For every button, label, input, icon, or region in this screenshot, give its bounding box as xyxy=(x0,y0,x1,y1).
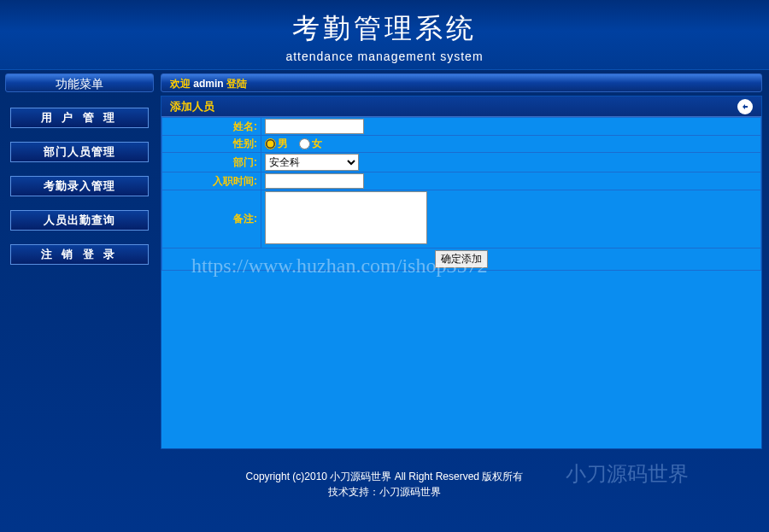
radio-female[interactable] xyxy=(299,138,310,149)
main-panel: 欢迎 admin 登陆 添加人员 姓名: 性别: 男 xyxy=(159,70,769,453)
footer-line2: 技术支持：小刀源码世界 xyxy=(0,484,769,500)
row-submit: 确定添加 xyxy=(162,248,761,271)
content-box: 添加人员 姓名: 性别: 男 女 部门: xyxy=(161,96,762,449)
row-remark: 备注: xyxy=(162,190,761,248)
welcome-prefix: 欢迎 xyxy=(170,78,191,90)
radio-female-label[interactable]: 女 xyxy=(299,137,322,149)
row-name: 姓名: xyxy=(162,118,761,136)
sidebar-item-dept[interactable]: 部门人员管理 xyxy=(10,142,149,162)
submit-button[interactable]: 确定添加 xyxy=(435,250,488,268)
textarea-remark[interactable] xyxy=(265,191,427,244)
back-icon[interactable] xyxy=(737,99,753,114)
sidebar: 功能菜单 用 户 管 理 部门人员管理 考勤录入管理 人员出勤查询 注 销 登 … xyxy=(0,70,159,453)
app-header: 考勤管理系统 attendance management system xyxy=(0,0,769,70)
radio-male[interactable] xyxy=(265,138,276,149)
form-table: 姓名: 性别: 男 女 部门: 安全科 xyxy=(161,117,761,271)
welcome-user: admin xyxy=(193,78,223,90)
input-hiredate[interactable] xyxy=(265,173,364,189)
section-header: 添加人员 xyxy=(161,96,761,117)
sidebar-item-attendance-entry[interactable]: 考勤录入管理 xyxy=(10,176,149,196)
select-dept[interactable]: 安全科 xyxy=(265,154,359,171)
app-subtitle: attendance management system xyxy=(0,50,769,63)
welcome-bar: 欢迎 admin 登陆 xyxy=(161,73,762,92)
radio-male-label[interactable]: 男 xyxy=(265,137,288,149)
label-gender: 性别: xyxy=(162,136,261,153)
welcome-suffix: 登陆 xyxy=(226,78,247,90)
label-name: 姓名: xyxy=(162,118,261,136)
label-remark: 备注: xyxy=(162,190,261,248)
section-title: 添加人员 xyxy=(170,96,214,117)
row-gender: 性别: 男 女 xyxy=(162,136,761,153)
app-title: 考勤管理系统 xyxy=(0,10,769,48)
sidebar-item-logout[interactable]: 注 销 登 录 xyxy=(10,244,149,265)
input-name[interactable] xyxy=(265,119,364,134)
label-hiredate: 入职时间: xyxy=(162,172,261,190)
footer: Copyright (c)2010 小刀源码世界 All Right Reser… xyxy=(0,469,769,500)
label-dept: 部门: xyxy=(162,153,261,172)
sidebar-item-users[interactable]: 用 户 管 理 xyxy=(10,108,149,128)
row-hiredate: 入职时间: xyxy=(162,172,761,190)
row-dept: 部门: 安全科 xyxy=(162,153,761,172)
sidebar-menu-title: 功能菜单 xyxy=(5,73,154,92)
footer-line1: Copyright (c)2010 小刀源码世界 All Right Reser… xyxy=(0,469,769,484)
sidebar-item-attendance-query[interactable]: 人员出勤查询 xyxy=(10,210,149,231)
